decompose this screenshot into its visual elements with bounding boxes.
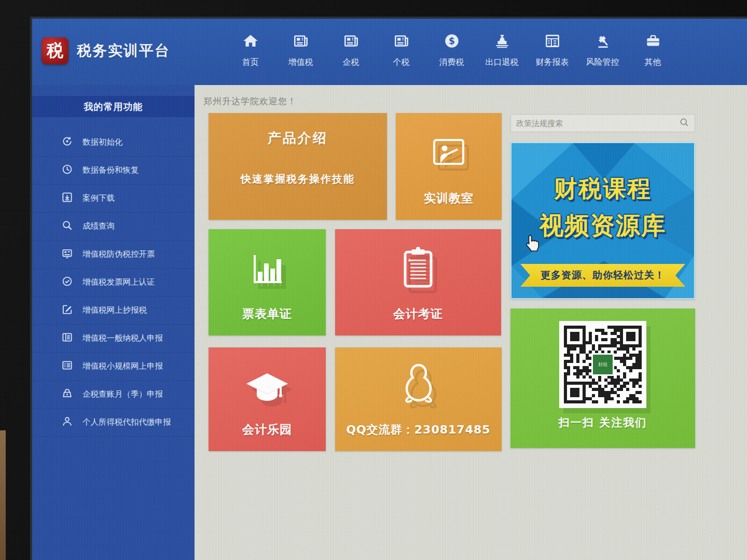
sidebar-item-general-taxpayer-filing[interactable]: 增值税一般纳税人申报	[32, 325, 195, 353]
sidebar-menu: 数据初始化 数据备份和恢复 案例下载 成绩查询 增值税防伪税控开票	[32, 129, 195, 437]
tile-qq-group[interactable]: QQ交流群：230817485	[335, 347, 502, 451]
sidebar-item-personal-withholding-filing[interactable]: 个人所得税代扣代缴申报	[32, 409, 195, 437]
history-clock-icon	[61, 163, 73, 177]
bar-chart-icon	[246, 248, 288, 291]
lock-bag-icon	[61, 387, 73, 401]
sidebar-item-data-init[interactable]: 数据初始化	[32, 129, 195, 157]
nav-label: 个税	[393, 57, 410, 68]
presenter-icon	[429, 134, 468, 175]
search-icon	[61, 219, 73, 233]
main-nav: 首页 增值税 企税 个	[225, 28, 678, 68]
policy-search-input[interactable]	[516, 119, 679, 128]
tile-label: 会计考证	[393, 306, 443, 322]
screen: 税 税务实训平台 首页 增值税	[32, 19, 747, 560]
nav-item-corporate-tax[interactable]: 企税	[326, 28, 376, 68]
qr-code: 财税	[559, 321, 646, 408]
tax-logo-icon: 税	[42, 37, 68, 64]
nav-label: 首页	[242, 57, 259, 68]
tile-title: 产品介绍	[268, 129, 328, 147]
graduation-cap-icon	[243, 370, 291, 412]
qr-center-logo: 财税	[591, 353, 614, 376]
sidebar-item-label: 数据初始化	[82, 137, 123, 148]
policy-search-box	[510, 114, 695, 132]
home-icon	[242, 32, 259, 52]
sidebar-item-case-download[interactable]: 案例下载	[32, 185, 195, 213]
briefcase-icon	[644, 32, 662, 52]
qq-penguin-icon	[398, 361, 439, 411]
top-header-bar: 税 税务实训平台 首页 增值税	[32, 19, 747, 85]
nav-item-home[interactable]: 首页	[225, 28, 275, 68]
sidebar-item-anti-fake-invoicing[interactable]: 增值税防伪税控开票	[32, 241, 195, 269]
sidebar-item-label: 成绩查询	[82, 221, 115, 232]
nav-item-vat[interactable]: 增值税	[275, 28, 326, 68]
nav-label: 企税	[343, 57, 359, 68]
nav-item-financial-report[interactable]: 财务报表	[527, 28, 577, 68]
person-icon	[61, 415, 73, 429]
nav-item-export-rebate[interactable]: 出口退税	[477, 28, 527, 68]
sidebar-item-label: 增值税一般纳税人申报	[82, 333, 163, 344]
tile-label: QQ交流群：230817485	[346, 422, 490, 438]
banner-title-line2: 视频资源库	[511, 209, 694, 242]
tile-label: 票表单证	[242, 306, 292, 322]
sidebar-item-label: 企税查账月（季）申报	[82, 389, 163, 400]
sidebar-item-label: 增值税网上抄报税	[82, 305, 147, 316]
sidebar-item-label: 数据备份和恢复	[82, 165, 139, 176]
grid-table-icon	[61, 359, 73, 373]
sidebar-item-backup-restore[interactable]: 数据备份和恢复	[32, 157, 195, 185]
nav-item-other[interactable]: 其他	[628, 28, 678, 68]
form-table-icon	[61, 331, 73, 345]
invoice-doc-icon	[61, 247, 73, 261]
financial-report-icon	[544, 32, 561, 52]
qr-code-grid: 财税	[564, 326, 642, 403]
customs-building-icon	[493, 32, 511, 52]
tile-accounting-exam[interactable]: 会计考证	[335, 229, 501, 335]
newspaper-icon	[393, 32, 410, 52]
video-course-banner[interactable]: 财税课程 视频资源库 更多资源、助你轻松过关！	[510, 142, 695, 299]
nav-label: 增值税	[288, 57, 313, 68]
tile-accounting-park[interactable]: 会计乐园	[209, 347, 326, 451]
nav-label: 风险管控	[586, 57, 619, 68]
tile-product-intro[interactable]: 产品介绍 快速掌握税务操作技能	[209, 113, 387, 220]
brand: 税 税务实训平台	[42, 37, 170, 64]
tile-label: 会计乐园	[242, 422, 292, 438]
tile-label: 实训教室	[424, 190, 474, 206]
banner-title-line1: 财税课程	[511, 173, 694, 204]
newspaper-icon	[292, 32, 310, 52]
nav-label: 财务报表	[536, 57, 569, 68]
monitor-photo: 税 税务实训平台 首页 增值税	[0, 0, 747, 560]
qr-caption: 扫一扫 关注我们	[559, 415, 647, 430]
app-title: 税务实训平台	[77, 41, 170, 61]
desk-surface	[0, 430, 6, 560]
sidebar: 我的常用功能 数据初始化 数据备份和恢复 案例下载 成绩查询	[32, 85, 195, 560]
sidebar-item-invoice-online-verify[interactable]: 增值税发票网上认证	[32, 269, 195, 297]
check-circle-icon	[61, 275, 73, 289]
search-icon[interactable]	[679, 117, 689, 130]
nav-label: 其他	[645, 57, 661, 68]
edit-pencil-icon	[61, 303, 73, 317]
sidebar-item-label: 增值税发票网上认证	[82, 277, 155, 288]
tile-invoice-documents[interactable]: 票表单证	[209, 229, 326, 335]
svg-text:$: $	[449, 36, 455, 46]
nav-item-risk-control[interactable]: 风险管控	[577, 28, 628, 68]
welcome-text: 郑州升达学院欢迎您！	[203, 95, 297, 107]
qr-follow-tile: 财税 扫一扫 关注我们	[510, 309, 695, 448]
sidebar-item-label: 案例下载	[82, 193, 115, 204]
nav-item-individual-tax[interactable]: 个税	[376, 28, 426, 68]
clipboard-icon	[398, 245, 438, 292]
main-content: 郑州升达学院欢迎您！ 产品介绍 快速掌握税务操作技能 实训教室 票表单证	[195, 85, 747, 560]
nav-item-consumption-tax[interactable]: $ 消费税	[426, 28, 477, 68]
tile-training-classroom[interactable]: 实训教室	[396, 113, 502, 220]
newspaper-icon	[342, 32, 360, 52]
sidebar-item-corp-tax-monthly-filing[interactable]: 企税查账月（季）申报	[32, 381, 195, 409]
sidebar-item-label: 个人所得税代扣代缴申报	[82, 417, 171, 428]
gavel-icon	[594, 32, 612, 52]
sidebar-item-small-scale-online-filing[interactable]: 增值税小规模网上申报	[32, 353, 195, 381]
banner-ribbon: 更多资源、助你轻松过关！	[520, 264, 685, 287]
download-icon	[61, 191, 73, 205]
refresh-icon	[61, 135, 73, 149]
tile-subtitle: 快速掌握税务操作技能	[241, 172, 355, 186]
sidebar-item-online-tax-copy[interactable]: 增值税网上抄报税	[32, 297, 195, 325]
sidebar-item-score-query[interactable]: 成绩查询	[32, 213, 195, 241]
nav-label: 消费税	[439, 57, 464, 68]
dollar-coin-icon: $	[443, 32, 461, 52]
